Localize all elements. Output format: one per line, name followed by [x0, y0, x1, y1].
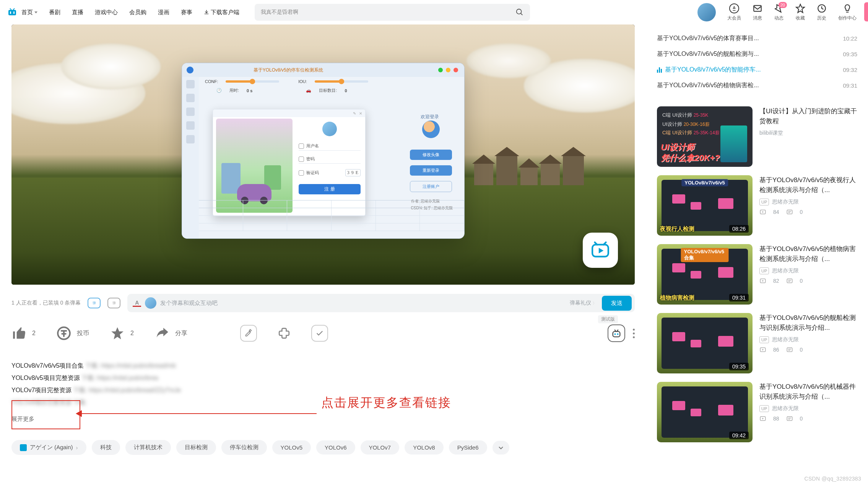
- nav-manga[interactable]: 漫画: [158, 9, 169, 16]
- play-count: 82: [773, 278, 779, 284]
- up-badge: UP: [759, 199, 769, 205]
- coin-icon: [56, 326, 72, 341]
- viewer-count: 1 人正在看，已装填 0 条弹幕: [11, 300, 81, 306]
- nav-game[interactable]: 游戏中心: [95, 9, 118, 16]
- nav-history[interactable]: 历史: [817, 3, 827, 21]
- expand-more[interactable]: 展开更多: [11, 413, 635, 425]
- tag[interactable]: PySide6: [449, 440, 487, 455]
- send-button[interactable]: 发送: [602, 296, 632, 311]
- watermark: CSDN @qq_32892383: [804, 476, 861, 482]
- tag[interactable]: 计算机技术: [125, 440, 171, 455]
- reco-title: 【UI设计】从入门到进阶的宝藏干货教程: [759, 106, 857, 126]
- play-button[interactable]: [583, 233, 618, 268]
- svg-rect-4: [754, 5, 761, 11]
- more-button[interactable]: [633, 329, 635, 338]
- svg-point-3: [517, 9, 522, 14]
- nav-bangumi[interactable]: 番剧: [49, 9, 60, 16]
- nav-msg[interactable]: 消息: [753, 3, 762, 21]
- tag[interactable]: 科技: [92, 440, 120, 455]
- tag[interactable]: YOLOv7: [361, 440, 400, 455]
- reco-thumb: C端 UI设计师 25-35K UI设计师 20-30K-16薪 C端 UI设计…: [657, 106, 753, 167]
- duration-badge: 09:42: [729, 432, 749, 439]
- nav-vip[interactable]: 大会员: [727, 3, 741, 21]
- demo-window: 基于YOLOv8/v5的停车位检测系统 CONF:IOU: 🕐用时:0 s🚗目标…: [182, 63, 465, 239]
- check-button[interactable]: [311, 325, 328, 342]
- reco-item[interactable]: C端 UI设计师 25-35K UI设计师 20-30K-16薪 C端 UI设计…: [657, 106, 857, 167]
- favorite-button[interactable]: 2: [110, 326, 134, 341]
- svg-rect-1: [10, 11, 11, 14]
- svg-rect-11: [787, 348, 792, 352]
- note-button[interactable]: [240, 325, 257, 342]
- tag[interactable]: 目标检测: [176, 440, 216, 455]
- playlist-item[interactable]: 基于YOLOv8/v7/v6/v5的舰船检测与...09:35: [657, 46, 857, 62]
- share-icon: [154, 326, 170, 341]
- like-button[interactable]: 2: [11, 326, 36, 341]
- reco-title: 基于YOLOv8/v7/v6/v5的舰船检测与识别系统演示与介绍...: [759, 313, 857, 332]
- nav-match[interactable]: 赛事: [181, 9, 192, 16]
- svg-rect-7: [787, 210, 792, 214]
- nav-fav[interactable]: 收藏: [795, 3, 805, 21]
- nav-shop[interactable]: 会员购: [129, 9, 146, 16]
- ai-label: 测试版: [598, 315, 618, 323]
- play-count-icon: [759, 277, 766, 284]
- danmaku-toggle-setting[interactable]: 弹: [107, 298, 120, 308]
- search-input[interactable]: 我真不是昏君啊: [255, 4, 530, 21]
- ai-button[interactable]: [608, 324, 625, 342]
- top-nav: 首页 番剧 直播 游戏中心 会员购 漫画 赛事 下载客户端: [21, 9, 239, 16]
- tags-more[interactable]: [493, 441, 509, 455]
- pencil-icon: [244, 329, 253, 337]
- danmaku-toggle-on[interactable]: 弹: [88, 298, 101, 308]
- reco-item[interactable]: YOLOv8/v7/v6/v5合集 植物病害检测 09:31 基于YOLOv8/…: [657, 244, 857, 305]
- danmaku-input[interactable]: A 发个弹幕和观众互动吧 弹幕礼仪 〉 发送: [127, 294, 635, 312]
- danmaku-count-icon: [786, 277, 793, 284]
- playlist-item[interactable]: 基于YOLOv8/v7/v6/v5的智能停车...09:32: [657, 62, 857, 78]
- font-color-icon[interactable]: A: [133, 300, 141, 307]
- reco-title: 基于YOLOv8/v7/v6/v5的机械器件识别系统演示与介绍（...: [759, 382, 857, 401]
- star-icon: [795, 3, 805, 13]
- duration: 09:32: [843, 67, 857, 73]
- nav-home[interactable]: 首页: [21, 9, 37, 16]
- tag[interactable]: アゲイン (Again) ›: [11, 440, 86, 455]
- tag[interactable]: 停车位检测: [221, 440, 267, 455]
- playlist-item[interactable]: 基于YOLOv8/v7/v6/v5的植物病害检...09:31: [657, 78, 857, 93]
- mini-avatar: [145, 297, 156, 309]
- tag[interactable]: YOLOv8: [405, 440, 444, 455]
- puzzle-icon[interactable]: [278, 327, 291, 340]
- reco-item[interactable]: 09:35 基于YOLOv8/v7/v6/v5的舰船检测与识别系统演示与介绍..…: [657, 313, 857, 373]
- nav-download[interactable]: 下载客户端: [204, 9, 239, 16]
- playlist-item[interactable]: 基于YOLOv8/v7/v6/v5的体育赛事目...10:22: [657, 31, 857, 46]
- reco-item[interactable]: 09:42 基于YOLOv8/v7/v6/v5的机械器件识别系统演示与介绍（..…: [657, 382, 857, 442]
- search-icon[interactable]: [515, 8, 524, 16]
- clock-icon: [817, 3, 827, 13]
- nav-create[interactable]: 创作中心: [838, 3, 857, 21]
- svg-point-18: [617, 333, 619, 335]
- nav-dyn[interactable]: 动态20: [774, 3, 784, 21]
- tags: アゲイン (Again) ›科技计算机技术目标检测停车位检测YOLOv5YOLO…: [11, 440, 635, 455]
- danmaku-count: 0: [800, 209, 803, 215]
- danmaku-count-icon: [786, 415, 793, 422]
- reco-list: C端 UI设计师 25-35K UI设计师 20-30K-16薪 C端 UI设计…: [657, 106, 857, 442]
- danmaku-courtesy[interactable]: 弹幕礼仪 〉: [570, 300, 597, 306]
- bilibili-logo[interactable]: [8, 8, 17, 17]
- reco-item[interactable]: YOLOv8/v7/v6/v5 夜视行人检测 08:26 基于YOLOv8/v7…: [657, 175, 857, 236]
- up-badge: UP: [759, 267, 769, 274]
- play-count-icon: [759, 415, 766, 422]
- video-player[interactable]: 基于YOLOv8/v5的停车位检测系统 CONF:IOU: 🕐用时:0 s🚗目标…: [11, 24, 635, 285]
- annotation-arrow: [80, 413, 317, 414]
- tag[interactable]: YOLOv6: [316, 440, 355, 455]
- reco-title: 基于YOLOv8/v7/v6/v5的植物病害检测系统演示与介绍（...: [759, 244, 857, 264]
- star-icon: [110, 326, 125, 341]
- playlist: 基于YOLOv8/v7/v6/v5的体育赛事目...10:22基于YOLOv8/…: [657, 31, 857, 93]
- nav-live[interactable]: 直播: [72, 9, 83, 16]
- mail-icon: [753, 3, 762, 13]
- reco-thumb: YOLOv8/v7/v6/v5 夜视行人检测 08:26: [657, 175, 753, 236]
- share-button[interactable]: 分享: [154, 326, 187, 341]
- play-count: 86: [773, 347, 779, 353]
- svg-rect-16: [613, 331, 620, 337]
- coin-button[interactable]: 投币: [56, 326, 89, 341]
- upload-tab[interactable]: [864, 2, 868, 21]
- tag[interactable]: YOLOv5: [272, 440, 311, 455]
- reco-author: bilibili课堂: [759, 130, 783, 137]
- check-icon: [315, 329, 324, 337]
- avatar[interactable]: [697, 3, 716, 21]
